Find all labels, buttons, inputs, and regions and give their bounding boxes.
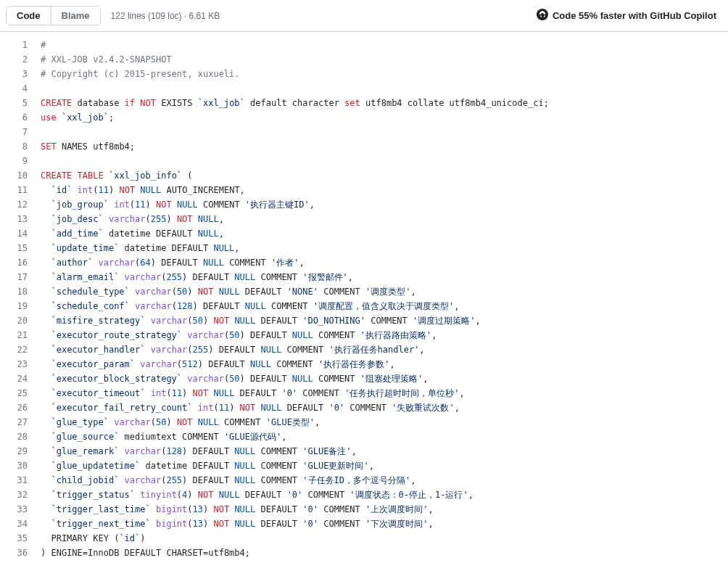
line-number[interactable]: 18 [0, 284, 28, 299]
line-number[interactable]: 5 [0, 96, 28, 110]
code-line[interactable]: `executor_route_strategy` varchar(50) DE… [41, 328, 549, 342]
code-body[interactable]: ## XXL-JOB v2.4.2-SNAPSHOT# Copyright (c… [41, 32, 549, 563]
code-line[interactable]: `trigger_next_time` bigint(13) NOT NULL … [41, 517, 549, 531]
code-line[interactable] [41, 125, 549, 139]
code-line[interactable]: `executor_block_strategy` varchar(50) DE… [41, 371, 549, 386]
line-number[interactable]: 1 [0, 38, 28, 52]
file-meta: 122 lines (109 loc) · 6.61 KB [111, 11, 220, 21]
line-number[interactable]: 26 [0, 400, 28, 415]
line-number[interactable]: 28 [0, 430, 28, 444]
code-line[interactable]: ) ENGINE=InnoDB DEFAULT CHARSET=utf8mb4; [41, 546, 549, 560]
line-number[interactable]: 8 [0, 139, 28, 154]
line-number[interactable]: 20 [0, 313, 28, 328]
code-line[interactable]: # Copyright (c) 2015-present, xuxueli. [41, 67, 549, 81]
code-line[interactable]: # [41, 38, 549, 52]
line-number[interactable]: 11 [0, 183, 28, 197]
line-number[interactable]: 30 [0, 459, 28, 473]
line-number[interactable]: 27 [0, 415, 28, 430]
line-number[interactable]: 33 [0, 502, 28, 517]
code-line[interactable]: `trigger_status` tinyint(4) NOT NULL DEF… [41, 488, 549, 502]
code-line[interactable]: PRIMARY KEY (`id`) [41, 531, 549, 546]
line-number[interactable]: 16 [0, 255, 28, 270]
code-line[interactable]: `author` varchar(64) DEFAULT NULL COMMEN… [41, 255, 549, 270]
code-line[interactable]: `update_time` datetime DEFAULT NULL, [41, 241, 549, 255]
code-line[interactable]: `alarm_email` varchar(255) DEFAULT NULL … [41, 270, 549, 284]
line-number[interactable]: 24 [0, 371, 28, 386]
code-line[interactable]: `glue_type` varchar(50) NOT NULL COMMENT… [41, 415, 549, 430]
line-number[interactable]: 31 [0, 473, 28, 488]
code-line[interactable]: `glue_updatetime` datetime DEFAULT NULL … [41, 459, 549, 473]
line-number[interactable]: 12 [0, 197, 28, 212]
code-line[interactable] [41, 154, 549, 168]
line-number[interactable]: 10 [0, 168, 28, 183]
line-number[interactable]: 15 [0, 241, 28, 255]
line-number-gutter: 1234567891011121314151617181920212223242… [0, 32, 41, 563]
line-number[interactable]: 2 [0, 52, 28, 67]
copilot-promo[interactable]: Code 55% faster with GitHub Copilot [537, 9, 722, 22]
code-line[interactable]: `job_group` int(11) NOT NULL COMMENT '执行… [41, 197, 549, 212]
line-number[interactable]: 21 [0, 328, 28, 342]
line-number[interactable]: 14 [0, 226, 28, 241]
code-line[interactable] [41, 81, 549, 96]
line-number[interactable]: 17 [0, 270, 28, 284]
code-line[interactable]: CREATE TABLE `xxl_job_info` ( [41, 168, 549, 183]
code-line[interactable]: `schedule_conf` varchar(128) DEFAULT NUL… [41, 299, 549, 313]
line-number[interactable]: 22 [0, 342, 28, 357]
copilot-label: Code 55% faster with GitHub Copilot [553, 10, 716, 21]
code-line[interactable]: `schedule_type` varchar(50) NOT NULL DEF… [41, 284, 549, 299]
line-number[interactable]: 6 [0, 110, 28, 125]
code-line[interactable]: `glue_remark` varchar(128) DEFAULT NULL … [41, 444, 549, 459]
blame-tab[interactable]: Blame [51, 7, 100, 25]
code-line[interactable]: `misfire_strategy` varchar(50) NOT NULL … [41, 313, 549, 328]
code-line[interactable]: `executor_handler` varchar(255) DEFAULT … [41, 342, 549, 357]
code-line[interactable]: `executor_fail_retry_count` int(11) NOT … [41, 400, 549, 415]
code-line[interactable]: `add_time` datetime DEFAULT NULL, [41, 226, 549, 241]
file-toolbar: Code Blame 122 lines (109 loc) · 6.61 KB… [0, 0, 728, 32]
code-tab[interactable]: Code [7, 7, 51, 25]
line-number[interactable]: 29 [0, 444, 28, 459]
code-line[interactable]: # XXL-JOB v2.4.2-SNAPSHOT [41, 52, 549, 67]
line-number[interactable]: 23 [0, 357, 28, 371]
line-number[interactable]: 36 [0, 546, 28, 560]
line-number[interactable]: 3 [0, 67, 28, 81]
line-number[interactable]: 35 [0, 531, 28, 546]
view-segment: Code Blame [6, 6, 101, 25]
line-number[interactable]: 13 [0, 212, 28, 226]
line-number[interactable]: 4 [0, 81, 28, 96]
code-view: 1234567891011121314151617181920212223242… [0, 32, 728, 563]
code-line[interactable]: `job_desc` varchar(255) NOT NULL, [41, 212, 549, 226]
code-line[interactable]: SET NAMES utf8mb4; [41, 139, 549, 154]
line-number[interactable]: 25 [0, 386, 28, 400]
line-number[interactable]: 32 [0, 488, 28, 502]
code-line[interactable]: `executor_param` varchar(512) DEFAULT NU… [41, 357, 549, 371]
code-line[interactable]: use `xxl_job`; [41, 110, 549, 125]
code-line[interactable]: `executor_timeout` int(11) NOT NULL DEFA… [41, 386, 549, 400]
line-number[interactable]: 19 [0, 299, 28, 313]
line-number[interactable]: 34 [0, 517, 28, 531]
copilot-icon [537, 9, 548, 22]
code-line[interactable]: `child_jobid` varchar(255) DEFAULT NULL … [41, 473, 549, 488]
code-line[interactable]: `trigger_last_time` bigint(13) NOT NULL … [41, 502, 549, 517]
code-line[interactable]: CREATE database if NOT EXISTS `xxl_job` … [41, 96, 549, 110]
code-line[interactable]: `id` int(11) NOT NULL AUTO_INCREMENT, [41, 183, 549, 197]
line-number[interactable]: 7 [0, 125, 28, 139]
line-number[interactable]: 9 [0, 154, 28, 168]
code-line[interactable]: `glue_source` mediumtext COMMENT 'GLUE源代… [41, 430, 549, 444]
